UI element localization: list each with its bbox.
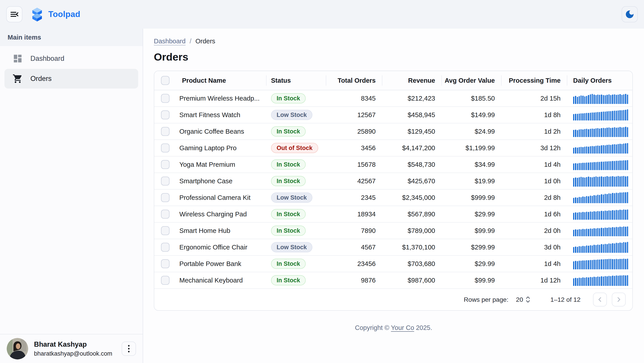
table-row[interactable]: Smart Fitness Watch Low Stock 12567 $458… [154, 107, 632, 123]
product-name-cell: Gaming Laptop Pro [178, 144, 266, 152]
row-checkbox[interactable] [161, 226, 170, 235]
table-row[interactable]: Organic Coffee Beans In Stock 25890 $129… [154, 123, 632, 140]
total-orders-cell: 8345 [326, 94, 382, 102]
user-info: Bharat Kashyap bharatkashyap@outlook.com [34, 341, 112, 357]
daily-orders-cell [567, 258, 633, 269]
row-checkbox[interactable] [161, 177, 170, 186]
row-checkbox-cell [154, 226, 178, 235]
processing-time-cell: 2d 0h [502, 227, 567, 235]
sidebar-nav: Dashboard Orders [0, 46, 143, 89]
cart-icon [12, 73, 23, 84]
processing-time-cell: 3d 12h [502, 144, 567, 152]
table-row[interactable]: Portable Power Bank In Stock 23456 $703,… [154, 256, 632, 272]
column-header-processing-time[interactable]: Processing Time [502, 71, 567, 90]
table-row[interactable]: Smart Home Hub In Stock 7890 $789,000 $9… [154, 223, 632, 239]
column-header-avg-order-value[interactable]: Avg Order Value [442, 71, 502, 90]
status-cell: In Stock [266, 126, 326, 137]
avg-order-value-cell: $24.99 [442, 128, 502, 135]
avg-order-value-cell: $149.99 [442, 111, 502, 119]
next-page-button[interactable] [612, 293, 626, 307]
row-checkbox[interactable] [161, 110, 170, 119]
daily-orders-sparkline [573, 275, 628, 286]
user-avatar[interactable] [7, 338, 28, 360]
status-badge: Low Stock [271, 192, 312, 203]
table-row[interactable]: Yoga Mat Premium In Stock 15678 $548,730… [154, 156, 632, 173]
processing-time-cell: 1d 12h [502, 277, 567, 284]
row-checkbox-cell [154, 94, 178, 103]
row-checkbox[interactable] [161, 276, 170, 285]
sidebar-item-orders[interactable]: Orders [4, 69, 138, 88]
row-checkbox-cell [154, 276, 178, 285]
total-orders-cell: 4567 [326, 243, 382, 251]
total-orders-cell: 15678 [326, 161, 382, 168]
total-orders-cell: 25890 [326, 128, 382, 135]
status-cell: In Stock [266, 176, 326, 186]
theme-toggle-button[interactable] [622, 6, 638, 22]
row-checkbox[interactable] [161, 243, 170, 252]
status-badge: In Stock [271, 93, 306, 103]
breadcrumb-dashboard-link[interactable]: Dashboard [154, 37, 186, 45]
daily-orders-cell [567, 159, 633, 170]
row-checkbox-cell [154, 127, 178, 136]
status-badge: In Stock [271, 209, 306, 219]
revenue-cell: $548,730 [382, 161, 442, 168]
row-checkbox[interactable] [161, 94, 170, 103]
column-header-daily-orders[interactable]: Daily Orders [567, 71, 633, 90]
toolpad-logo-icon [31, 7, 44, 21]
table-row[interactable]: Wireless Charging Pad In Stock 18934 $56… [154, 206, 632, 223]
row-checkbox[interactable] [161, 127, 170, 136]
column-header-status[interactable]: Status [266, 71, 326, 90]
daily-orders-sparkline [573, 192, 628, 203]
column-header-product-name[interactable]: Product Name [178, 71, 266, 90]
daily-orders-cell [567, 126, 633, 137]
row-checkbox[interactable] [161, 193, 170, 202]
sidebar-item-dashboard[interactable]: Dashboard [4, 49, 138, 68]
product-name-cell: Organic Coffee Beans [178, 128, 266, 135]
product-name-cell: Smartphone Case [178, 177, 266, 185]
status-badge: In Stock [271, 259, 306, 269]
avg-order-value-cell: $1,199.99 [442, 144, 502, 152]
column-header-revenue[interactable]: Revenue [382, 71, 442, 90]
row-checkbox[interactable] [161, 160, 170, 169]
avg-order-value-cell: $29.99 [442, 260, 502, 268]
daily-orders-sparkline [573, 175, 628, 187]
status-badge: In Stock [271, 226, 306, 236]
vertical-dots-icon [128, 345, 130, 353]
total-orders-cell: 23456 [326, 260, 382, 268]
product-name-cell: Professional Camera Kit [178, 194, 266, 201]
column-header-total-orders[interactable]: Total Orders [326, 71, 382, 90]
table-row[interactable]: Smartphone Case In Stock 42567 $425,670 … [154, 173, 632, 190]
table-header-row: Product Name Status Total Orders Revenue… [154, 71, 632, 90]
previous-page-button[interactable] [593, 293, 607, 307]
moon-icon [624, 9, 635, 19]
status-badge: In Stock [271, 275, 306, 286]
collapse-sidebar-button[interactable] [6, 6, 22, 22]
row-checkbox-cell [154, 193, 178, 202]
table-row[interactable]: Mechanical Keyboard In Stock 9876 $987,6… [154, 272, 632, 289]
table-row[interactable]: Ergonomic Office Chair Low Stock 4567 $1… [154, 239, 632, 256]
row-checkbox[interactable] [161, 210, 170, 219]
table-row[interactable]: Gaming Laptop Pro Out of Stock 3456 $4,1… [154, 140, 632, 156]
total-orders-cell: 18934 [326, 210, 382, 218]
company-link[interactable]: Your Co [391, 324, 414, 331]
row-checkbox[interactable] [161, 259, 170, 268]
processing-time-cell: 1d 6h [502, 210, 567, 218]
avg-order-value-cell: $999.99 [442, 194, 502, 201]
rows-per-page-value[interactable]: 20 [516, 296, 523, 303]
daily-orders-sparkline [573, 242, 628, 253]
total-orders-cell: 7890 [326, 227, 382, 235]
row-checkbox-cell [154, 143, 178, 152]
chevron-left-icon [596, 296, 604, 303]
avg-order-value-cell: $19.99 [442, 177, 502, 185]
processing-time-cell: 1d 4h [502, 161, 567, 168]
table-row[interactable]: Professional Camera Kit Low Stock 2345 $… [154, 190, 632, 206]
avg-order-value-cell: $29.99 [442, 210, 502, 218]
row-checkbox[interactable] [161, 143, 170, 152]
product-name-cell: Smart Fitness Watch [178, 111, 266, 119]
processing-time-cell: 2d 8h [502, 194, 567, 201]
rows-per-page-stepper[interactable] [525, 296, 531, 303]
table-row[interactable]: Premium Wireless Headp... In Stock 8345 … [154, 90, 632, 107]
avg-order-value-cell: $185.50 [442, 94, 502, 102]
user-menu-button[interactable] [122, 342, 136, 356]
select-all-checkbox[interactable] [161, 76, 170, 85]
